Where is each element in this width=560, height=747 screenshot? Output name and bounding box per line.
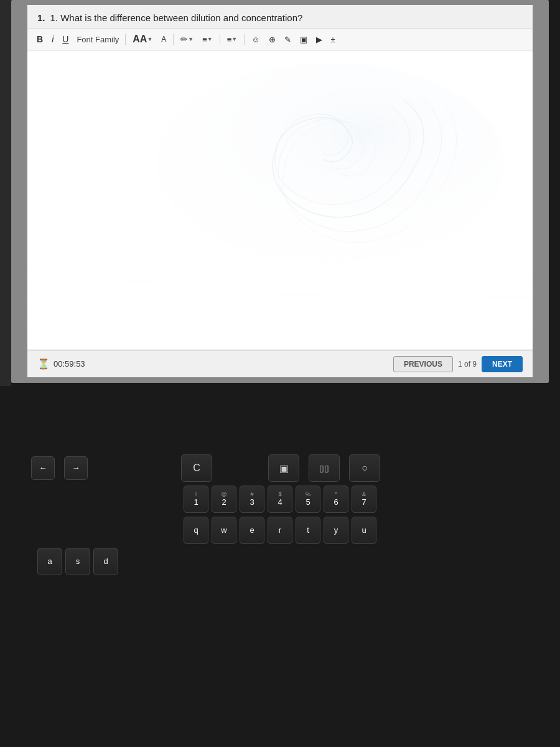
key-e[interactable]: e: [240, 517, 264, 544]
list-dropdown-arrow-2: ▼: [231, 36, 237, 42]
toolbar-separator-3: [220, 34, 220, 45]
key-1[interactable]: ! 1: [184, 486, 208, 513]
key-t[interactable]: t: [296, 517, 320, 544]
arrow-right-icon: →: [72, 463, 80, 473]
arrow-left-icon: ←: [39, 463, 47, 473]
svg-line-3: [31, 293, 529, 297]
key-7-top: &: [362, 492, 366, 497]
editor-background-pattern: [27, 50, 533, 349]
key-5-bottom: 5: [306, 497, 310, 507]
c-key-label: C: [193, 463, 200, 474]
key-e-label: e: [250, 525, 254, 535]
qwerty-row: q w e r t y u: [19, 517, 541, 544]
highlight-icon: ✏: [180, 34, 188, 44]
key-a[interactable]: a: [37, 548, 62, 575]
font-size-a-button[interactable]: A: [158, 34, 169, 45]
arrow-right-key[interactable]: →: [64, 456, 88, 480]
timer-icon: ⏳: [37, 358, 50, 370]
key-u[interactable]: u: [352, 517, 376, 544]
navigation-group: PREVIOUS 1 of 9 NEXT: [393, 356, 523, 372]
key-2-bottom: 2: [222, 497, 226, 507]
footer-bar: ⏳ 00:59:53 PREVIOUS 1 of 9 NEXT: [27, 350, 533, 377]
font-size-aa-text: AA: [133, 34, 147, 45]
key-1-top: !: [195, 492, 197, 497]
key-s[interactable]: s: [65, 548, 90, 575]
link-icon: ⊕: [269, 35, 276, 44]
keyboard-area: ← → C ▣ ▯▯ ○ ! 1 @ 2 # 3: [0, 392, 560, 747]
emoji-button[interactable]: ☺: [248, 34, 263, 45]
font-size-a-text: A: [161, 35, 166, 44]
page-indicator: 1 of 9: [458, 360, 477, 369]
bold-button[interactable]: B: [34, 33, 46, 45]
toolbar-separator-2: [173, 34, 174, 45]
underline-button[interactable]: U: [59, 33, 72, 45]
key-w[interactable]: w: [212, 517, 236, 544]
c-key-special[interactable]: C: [181, 454, 212, 482]
font-size-aa-button[interactable]: AA ▼: [129, 32, 156, 46]
key-3-top: #: [250, 492, 253, 497]
key-7[interactable]: & 7: [352, 486, 376, 513]
number-row: ! 1 @ 2 # 3 $ 4 % 5 ^ 6 & 7: [19, 486, 541, 513]
key-5[interactable]: % 5: [296, 486, 320, 513]
font-family-label: Font Family: [77, 35, 119, 44]
text-editor[interactable]: [27, 50, 533, 349]
key-y[interactable]: y: [324, 517, 348, 544]
list-style-button-2[interactable]: ≡ ▼: [224, 34, 241, 45]
key-6-top: ^: [335, 492, 337, 497]
key-6[interactable]: ^ 6: [324, 486, 348, 513]
plusminus-button[interactable]: ±: [328, 34, 338, 45]
split-screen-key[interactable]: ▯▯: [309, 454, 340, 482]
key-6-bottom: 6: [334, 497, 338, 507]
timer-display: ⏳ 00:59:53: [37, 358, 85, 370]
image-icon: ▣: [300, 35, 307, 44]
image-button[interactable]: ▣: [297, 34, 310, 45]
highlight-button[interactable]: ✏ ▼: [177, 33, 197, 45]
list-dropdown-arrow-1: ▼: [207, 36, 213, 42]
key-r[interactable]: r: [268, 517, 292, 544]
key-3[interactable]: # 3: [240, 486, 264, 513]
key-4-top: $: [278, 492, 281, 497]
toolbar-separator-1: [125, 34, 126, 45]
key-u-label: u: [362, 525, 366, 535]
key-3-bottom: 3: [250, 497, 254, 507]
key-t-label: t: [307, 525, 309, 535]
play-icon: ▶: [316, 35, 322, 44]
key-d-label: d: [103, 557, 108, 566]
key-y-label: y: [334, 525, 338, 535]
key-4-bottom: 4: [278, 497, 282, 507]
previous-button[interactable]: PREVIOUS: [393, 356, 453, 372]
screenshot-key[interactable]: ▣: [268, 454, 299, 482]
timer-value: 00:59:53: [54, 359, 85, 369]
svg-point-0: [156, 63, 504, 262]
key-q[interactable]: q: [184, 517, 208, 544]
question-number: 1.: [37, 12, 45, 23]
emoji-icon: ☺: [251, 35, 259, 44]
edit-icon: ✎: [284, 35, 291, 44]
arrow-left-key[interactable]: ←: [31, 456, 55, 480]
circle-key[interactable]: ○: [349, 454, 380, 482]
question-text: 1. What is the difference between diluti…: [50, 12, 303, 23]
question-header: 1. 1. What is the difference between dil…: [27, 5, 533, 29]
key-2-top: @: [221, 492, 226, 497]
edit-button[interactable]: ✎: [281, 34, 294, 45]
screenshot-icon: ▣: [279, 463, 289, 474]
list-style-button-1[interactable]: ≡ ▼: [199, 34, 216, 45]
italic-button[interactable]: i: [49, 33, 57, 45]
screen-content: 1. 1. What is the difference between dil…: [27, 5, 533, 377]
key-q-label: q: [194, 525, 198, 535]
toolbar-separator-4: [244, 34, 245, 45]
link-button[interactable]: ⊕: [266, 34, 279, 45]
svg-line-5: [31, 318, 529, 319]
key-4[interactable]: $ 4: [268, 486, 292, 513]
play-button[interactable]: ▶: [313, 34, 325, 45]
key-s-label: s: [76, 557, 80, 566]
key-d[interactable]: d: [93, 548, 118, 575]
nav-key-row: ← → C ▣ ▯▯ ○: [19, 454, 541, 482]
key-2[interactable]: @ 2: [212, 486, 236, 513]
plusminus-icon: ±: [331, 35, 335, 44]
next-button[interactable]: NEXT: [482, 356, 523, 372]
font-size-dropdown-arrow: ▼: [147, 36, 152, 42]
key-a-label: a: [47, 557, 52, 566]
key-w-label: w: [221, 525, 226, 535]
key-5-top: %: [306, 492, 310, 497]
